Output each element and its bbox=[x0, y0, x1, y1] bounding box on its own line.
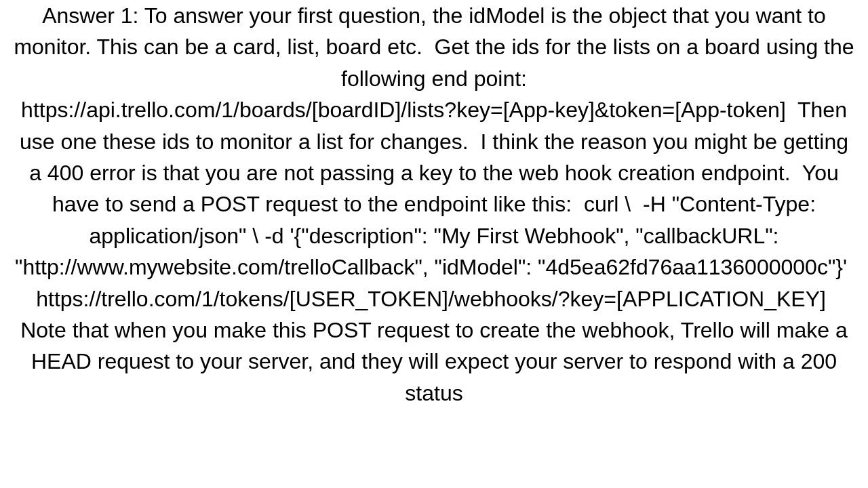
main-content: Answer 1: To answer your first question,… bbox=[0, 0, 868, 488]
answer-text: Answer 1: To answer your first question,… bbox=[14, 0, 854, 409]
